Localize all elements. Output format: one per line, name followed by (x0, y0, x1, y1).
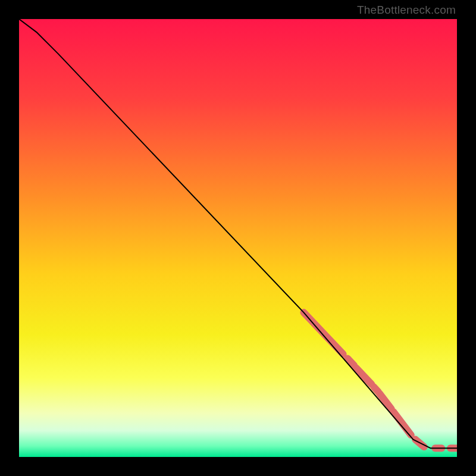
svg-rect-0 (19, 19, 457, 457)
chart-frame: TheBottleneck.com (0, 0, 476, 476)
plot-area (19, 19, 457, 457)
background-gradient (19, 19, 457, 457)
watermark-text: TheBottleneck.com (357, 4, 456, 17)
